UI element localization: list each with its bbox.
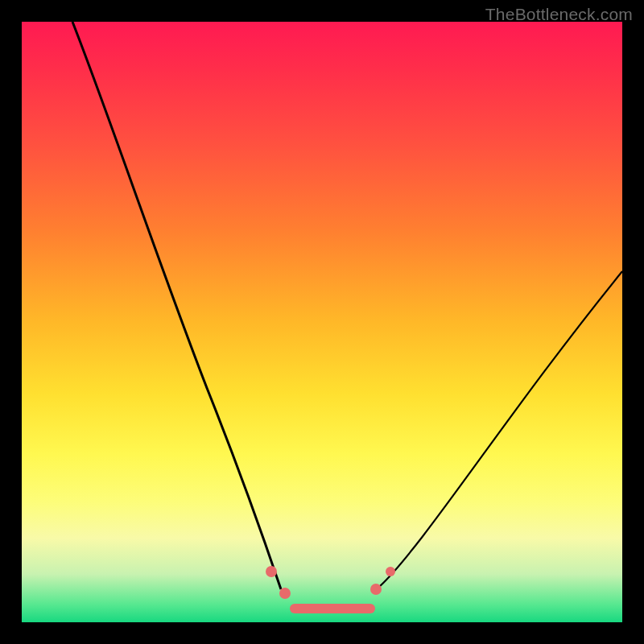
chart-frame: TheBottleneck.com (0, 0, 644, 644)
marker-left-dot-1 (266, 566, 277, 577)
marker-right-dot-2 (386, 567, 395, 576)
marker-left-dot-2 (279, 588, 291, 599)
plot-area (22, 22, 622, 622)
series-right-curve (379, 271, 622, 587)
chart-svg (22, 22, 622, 622)
series-left-curve (72, 22, 281, 589)
marker-right-dot-1 (370, 584, 382, 595)
